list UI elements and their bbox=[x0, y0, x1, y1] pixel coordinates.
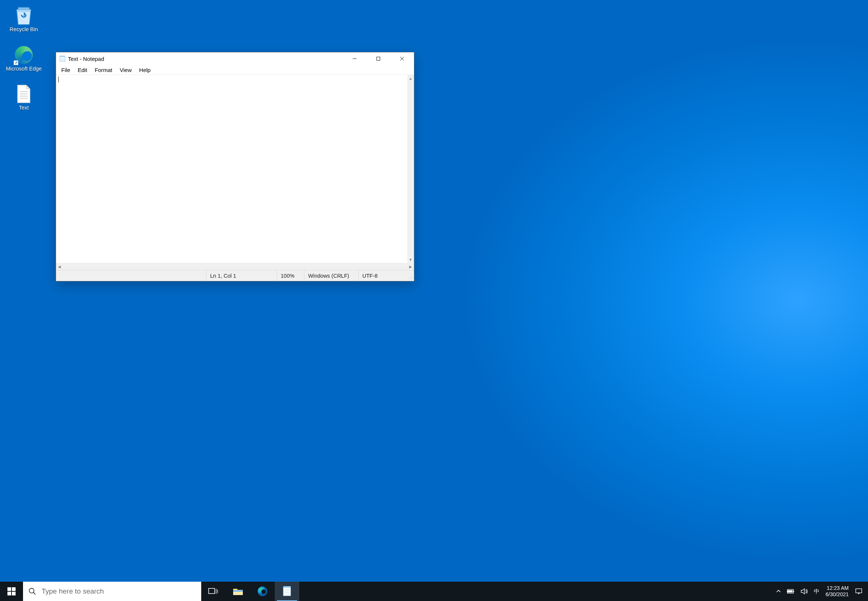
status-position: Ln 1, Col 1 bbox=[206, 270, 276, 281]
tray-ime[interactable]: 中 bbox=[811, 582, 822, 601]
menu-file[interactable]: File bbox=[58, 66, 74, 74]
svg-line-21 bbox=[34, 592, 36, 595]
desktop-icon-label: Recycle Bin bbox=[10, 26, 38, 34]
task-view-button[interactable] bbox=[201, 582, 226, 601]
notepad-icon bbox=[281, 586, 293, 597]
scroll-up-icon[interactable]: ▲ bbox=[407, 75, 414, 82]
svg-rect-38 bbox=[856, 589, 862, 593]
recycle-bin[interactable]: Recycle Bin bbox=[5, 4, 42, 35]
taskbar-file-explorer[interactable] bbox=[226, 582, 250, 601]
show-desktop-button[interactable] bbox=[865, 582, 868, 601]
window-title: Text - Notepad bbox=[68, 56, 104, 62]
windows-logo-icon bbox=[8, 587, 15, 595]
status-bar: Ln 1, Col 1 100% Windows (CRLF) UTF-8 bbox=[56, 270, 414, 281]
svg-rect-0 bbox=[18, 8, 29, 10]
search-placeholder: Type here to search bbox=[41, 587, 104, 595]
clock-date: 6/30/2021 bbox=[826, 591, 849, 598]
taskbar-notepad[interactable] bbox=[275, 582, 299, 601]
file-explorer-icon bbox=[232, 586, 244, 597]
task-view-icon bbox=[208, 586, 219, 597]
tray-battery[interactable] bbox=[784, 582, 798, 601]
maximize-button[interactable] bbox=[366, 52, 390, 65]
svg-rect-29 bbox=[283, 587, 291, 596]
svg-point-28 bbox=[261, 589, 266, 594]
tray-overflow[interactable] bbox=[773, 582, 784, 601]
tray-action-center[interactable] bbox=[853, 582, 865, 601]
tray-volume[interactable] bbox=[798, 582, 811, 601]
svg-point-20 bbox=[29, 588, 34, 593]
svg-point-18 bbox=[410, 278, 410, 279]
status-zoom: 100% bbox=[276, 270, 304, 281]
text-editor[interactable] bbox=[56, 75, 407, 263]
svg-point-15 bbox=[411, 277, 412, 278]
text-file-icon bbox=[13, 84, 34, 104]
shortcut-overlay-icon: ↗ bbox=[13, 60, 18, 65]
desktop-icon-label: Microsoft Edge bbox=[6, 65, 42, 73]
desktop-icons: Recycle Bin ↗ Microsoft Edge Text bbox=[2, 4, 46, 113]
maximize-icon bbox=[376, 56, 381, 61]
svg-rect-37 bbox=[788, 590, 793, 592]
menu-view[interactable]: View bbox=[116, 66, 136, 74]
window-controls bbox=[343, 52, 414, 65]
editor-area: ▲ ▼ bbox=[56, 75, 414, 263]
status-encoding: UTF-8 bbox=[358, 270, 414, 281]
microsoft-edge[interactable]: ↗ Microsoft Edge bbox=[5, 43, 42, 74]
chevron-up-icon bbox=[776, 589, 781, 594]
svg-point-16 bbox=[411, 278, 412, 279]
edge-icon: ↗ bbox=[13, 44, 34, 65]
notepad-window: Text - Notepad File Edit Format View Hel… bbox=[56, 52, 414, 281]
title-bar[interactable]: Text - Notepad bbox=[56, 52, 414, 65]
desktop-icon-label: Text bbox=[19, 104, 29, 112]
start-button[interactable] bbox=[0, 582, 23, 601]
clock-time: 12:23 AM bbox=[827, 585, 849, 592]
search-icon bbox=[28, 587, 37, 595]
menu-bar: File Edit Format View Help bbox=[56, 65, 414, 75]
horizontal-scrollbar[interactable]: ◀ ▶ bbox=[56, 263, 414, 270]
recycle-bin-icon bbox=[13, 5, 34, 26]
svg-point-17 bbox=[410, 277, 410, 278]
resize-grip-icon[interactable] bbox=[407, 274, 413, 280]
scroll-right-icon[interactable]: ▶ bbox=[407, 263, 414, 270]
close-button[interactable] bbox=[390, 52, 414, 65]
svg-point-19 bbox=[408, 278, 409, 279]
svg-rect-30 bbox=[283, 586, 291, 588]
svg-rect-22 bbox=[209, 588, 215, 593]
text-file[interactable]: Text bbox=[5, 82, 42, 113]
taskbar-edge[interactable] bbox=[250, 582, 275, 601]
notepad-icon bbox=[59, 55, 66, 62]
edge-icon bbox=[257, 586, 268, 597]
vertical-scrollbar[interactable]: ▲ ▼ bbox=[407, 75, 414, 263]
svg-point-14 bbox=[411, 275, 412, 276]
menu-help[interactable]: Help bbox=[136, 66, 154, 74]
search-box[interactable]: Type here to search bbox=[23, 582, 201, 601]
system-tray: 中 12:23 AM 6/30/2021 bbox=[773, 582, 868, 601]
battery-icon bbox=[786, 588, 795, 594]
speaker-icon bbox=[801, 588, 809, 595]
minimize-icon bbox=[352, 56, 357, 61]
close-icon bbox=[400, 56, 404, 61]
menu-format[interactable]: Format bbox=[91, 66, 116, 74]
status-line-ending: Windows (CRLF) bbox=[304, 270, 358, 281]
svg-rect-6 bbox=[60, 56, 65, 57]
scroll-left-icon[interactable]: ◀ bbox=[56, 263, 63, 270]
taskbar: Type here to search bbox=[0, 582, 868, 601]
minimize-button[interactable] bbox=[343, 52, 366, 65]
svg-rect-36 bbox=[793, 590, 794, 592]
scroll-down-icon[interactable]: ▼ bbox=[407, 256, 414, 263]
notification-icon bbox=[855, 588, 862, 595]
menu-edit[interactable]: Edit bbox=[74, 66, 91, 74]
svg-rect-26 bbox=[233, 590, 243, 592]
svg-rect-11 bbox=[377, 57, 380, 61]
tray-clock[interactable]: 12:23 AM 6/30/2021 bbox=[822, 582, 853, 601]
